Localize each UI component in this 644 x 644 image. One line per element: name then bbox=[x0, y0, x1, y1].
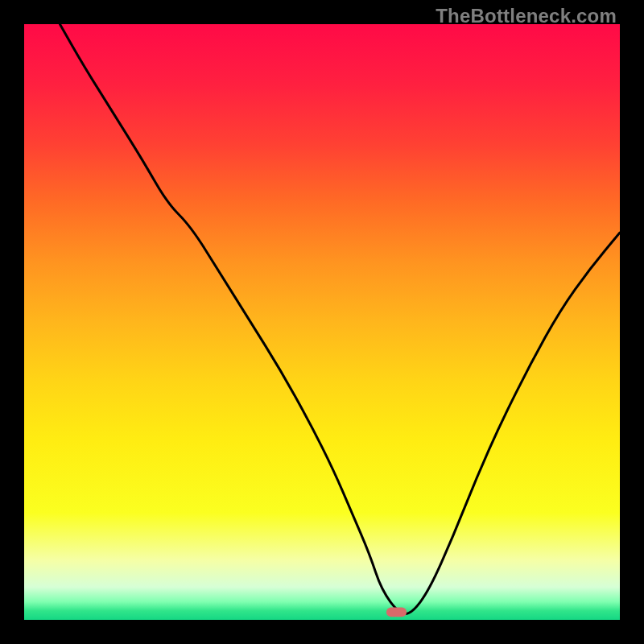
chart-frame: TheBottleneck.com bbox=[0, 0, 644, 644]
plot-area bbox=[24, 24, 620, 620]
bottleneck-chart bbox=[24, 24, 620, 620]
optimal-marker bbox=[386, 608, 407, 617]
